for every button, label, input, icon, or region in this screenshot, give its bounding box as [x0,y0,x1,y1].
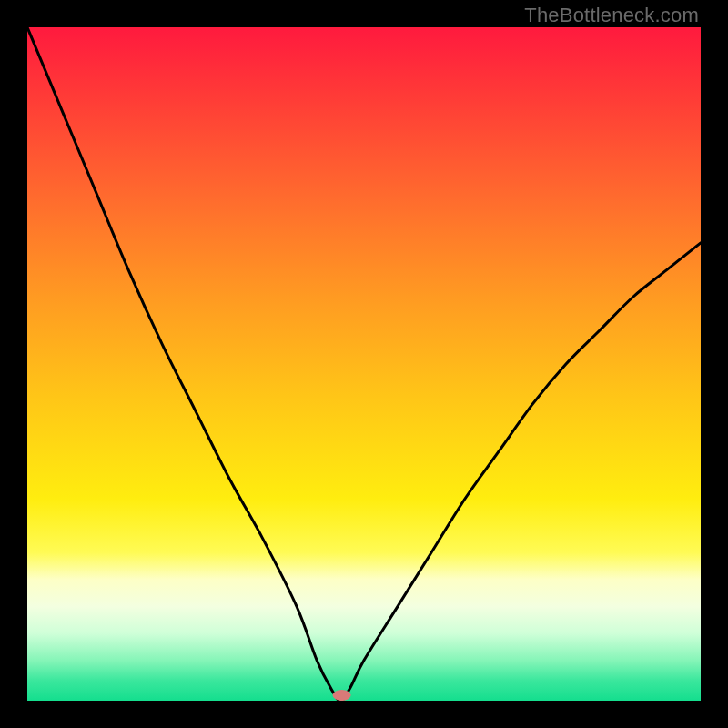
bottleneck-chart [27,27,701,701]
plot-area [27,27,701,701]
gradient-background [27,27,701,701]
chart-frame: TheBottleneck.com [0,0,728,728]
watermark-text: TheBottleneck.com [524,4,699,27]
optimal-point-marker [333,690,351,701]
